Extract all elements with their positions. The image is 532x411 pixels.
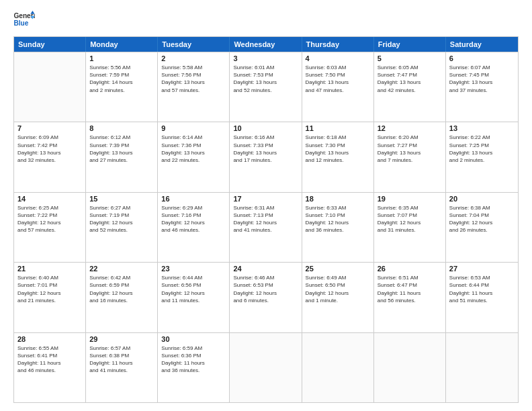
- day-info: Sunrise: 6:51 AMSunset: 6:47 PMDaylight:…: [378, 274, 442, 304]
- day-number: 17: [233, 195, 298, 203]
- day-info: Sunrise: 6:40 AMSunset: 7:01 PMDaylight:…: [17, 274, 82, 304]
- day-number: 1: [89, 54, 154, 62]
- calendar-header: SundayMondayTuesdayWednesdayThursdayFrid…: [14, 37, 518, 52]
- calendar-cell: [446, 333, 518, 402]
- day-info: Sunrise: 6:07 AMSunset: 7:45 PMDaylight:…: [449, 64, 515, 94]
- calendar-cell: [14, 52, 86, 122]
- day-number: 30: [161, 335, 226, 343]
- calendar-cell: 15Sunrise: 6:27 AMSunset: 7:19 PMDayligh…: [86, 193, 158, 262]
- day-info: Sunrise: 6:31 AMSunset: 7:13 PMDaylight:…: [233, 204, 298, 234]
- day-info: Sunrise: 6:25 AMSunset: 7:22 PMDaylight:…: [17, 204, 82, 234]
- day-info: Sunrise: 6:12 AMSunset: 7:39 PMDaylight:…: [89, 134, 154, 164]
- day-number: 23: [161, 265, 226, 273]
- day-number: 24: [233, 265, 298, 273]
- day-number: 20: [449, 195, 515, 203]
- day-info: Sunrise: 6:22 AMSunset: 7:25 PMDaylight:…: [449, 134, 515, 164]
- svg-text:Blue: Blue: [13, 19, 28, 27]
- calendar-cell: 27Sunrise: 6:53 AMSunset: 6:44 PMDayligh…: [446, 263, 518, 332]
- day-info: Sunrise: 6:33 AMSunset: 7:10 PMDaylight:…: [306, 204, 370, 234]
- calendar-cell: 8Sunrise: 6:12 AMSunset: 7:39 PMDaylight…: [86, 122, 158, 191]
- header-day-friday: Friday: [374, 37, 446, 52]
- calendar-cell: 5Sunrise: 6:05 AMSunset: 7:47 PMDaylight…: [374, 52, 446, 122]
- day-info: Sunrise: 6:38 AMSunset: 7:04 PMDaylight:…: [449, 204, 515, 234]
- calendar-cell: 29Sunrise: 6:57 AMSunset: 6:38 PMDayligh…: [86, 333, 158, 402]
- calendar-cell: 3Sunrise: 6:01 AMSunset: 7:53 PMDaylight…: [230, 52, 302, 122]
- header-day-tuesday: Tuesday: [158, 37, 230, 52]
- day-info: Sunrise: 5:58 AMSunset: 7:56 PMDaylight:…: [161, 64, 226, 94]
- calendar-cell: 19Sunrise: 6:35 AMSunset: 7:07 PMDayligh…: [374, 193, 446, 262]
- calendar-cell: [302, 333, 374, 402]
- day-info: Sunrise: 6:20 AMSunset: 7:27 PMDaylight:…: [378, 134, 442, 164]
- calendar-cell: [230, 333, 302, 402]
- calendar-cell: 18Sunrise: 6:33 AMSunset: 7:10 PMDayligh…: [302, 193, 374, 262]
- calendar-cell: 28Sunrise: 6:55 AMSunset: 6:41 PMDayligh…: [14, 333, 86, 402]
- header-day-thursday: Thursday: [302, 37, 374, 52]
- calendar-cell: 6Sunrise: 6:07 AMSunset: 7:45 PMDaylight…: [446, 52, 518, 122]
- calendar-cell: 30Sunrise: 6:59 AMSunset: 6:36 PMDayligh…: [158, 333, 230, 402]
- header-day-saturday: Saturday: [446, 37, 518, 52]
- calendar-row-2: 14Sunrise: 6:25 AMSunset: 7:22 PMDayligh…: [14, 192, 518, 262]
- day-number: 15: [89, 195, 154, 203]
- day-number: 26: [378, 265, 442, 273]
- header-day-sunday: Sunday: [14, 37, 86, 52]
- day-number: 19: [378, 195, 442, 203]
- day-info: Sunrise: 6:03 AMSunset: 7:50 PMDaylight:…: [306, 64, 370, 94]
- day-info: Sunrise: 6:18 AMSunset: 7:30 PMDaylight:…: [306, 134, 370, 164]
- day-number: 10: [233, 124, 298, 132]
- calendar-cell: 24Sunrise: 6:46 AMSunset: 6:53 PMDayligh…: [230, 263, 302, 332]
- calendar-row-3: 21Sunrise: 6:40 AMSunset: 7:01 PMDayligh…: [14, 262, 518, 332]
- day-number: 3: [233, 54, 298, 62]
- calendar-cell: 12Sunrise: 6:20 AMSunset: 7:27 PMDayligh…: [374, 122, 446, 191]
- day-number: 8: [89, 124, 154, 132]
- day-number: 27: [449, 265, 515, 273]
- calendar-cell: 16Sunrise: 6:29 AMSunset: 7:16 PMDayligh…: [158, 193, 230, 262]
- header: General Blue: [13, 11, 519, 30]
- page: General Blue SundayMondayTuesdayWednesda…: [0, 0, 532, 411]
- day-info: Sunrise: 6:29 AMSunset: 7:16 PMDaylight:…: [161, 204, 226, 234]
- day-info: Sunrise: 6:05 AMSunset: 7:47 PMDaylight:…: [378, 64, 442, 94]
- day-number: 5: [378, 54, 442, 62]
- day-info: Sunrise: 6:42 AMSunset: 6:59 PMDaylight:…: [89, 274, 154, 304]
- day-number: 14: [17, 195, 82, 203]
- calendar-cell: 14Sunrise: 6:25 AMSunset: 7:22 PMDayligh…: [14, 193, 86, 262]
- day-number: 22: [89, 265, 154, 273]
- day-number: 12: [378, 124, 442, 132]
- day-info: Sunrise: 6:53 AMSunset: 6:44 PMDaylight:…: [449, 274, 515, 304]
- calendar-cell: 26Sunrise: 6:51 AMSunset: 6:47 PMDayligh…: [374, 263, 446, 332]
- calendar: SundayMondayTuesdayWednesdayThursdayFrid…: [13, 36, 519, 403]
- day-number: 13: [449, 124, 515, 132]
- day-info: Sunrise: 6:44 AMSunset: 6:56 PMDaylight:…: [161, 274, 226, 304]
- calendar-cell: 23Sunrise: 6:44 AMSunset: 6:56 PMDayligh…: [158, 263, 230, 332]
- day-info: Sunrise: 6:14 AMSunset: 7:36 PMDaylight:…: [161, 134, 226, 164]
- calendar-cell: 25Sunrise: 6:49 AMSunset: 6:50 PMDayligh…: [302, 263, 374, 332]
- calendar-cell: 9Sunrise: 6:14 AMSunset: 7:36 PMDaylight…: [158, 122, 230, 191]
- day-info: Sunrise: 6:59 AMSunset: 6:36 PMDaylight:…: [161, 345, 226, 375]
- day-info: Sunrise: 5:56 AMSunset: 7:59 PMDaylight:…: [89, 64, 154, 94]
- calendar-cell: 17Sunrise: 6:31 AMSunset: 7:13 PMDayligh…: [230, 193, 302, 262]
- day-number: 4: [306, 54, 370, 62]
- day-info: Sunrise: 6:35 AMSunset: 7:07 PMDaylight:…: [378, 204, 442, 234]
- calendar-cell: 1Sunrise: 5:56 AMSunset: 7:59 PMDaylight…: [86, 52, 158, 122]
- calendar-cell: 4Sunrise: 6:03 AMSunset: 7:50 PMDaylight…: [302, 52, 374, 122]
- day-info: Sunrise: 6:16 AMSunset: 7:33 PMDaylight:…: [233, 134, 298, 164]
- calendar-row-0: 1Sunrise: 5:56 AMSunset: 7:59 PMDaylight…: [14, 52, 518, 122]
- calendar-body: 1Sunrise: 5:56 AMSunset: 7:59 PMDaylight…: [14, 52, 518, 402]
- logo: General Blue: [13, 11, 35, 30]
- day-number: 25: [306, 265, 370, 273]
- day-number: 11: [306, 124, 370, 132]
- calendar-cell: 10Sunrise: 6:16 AMSunset: 7:33 PMDayligh…: [230, 122, 302, 191]
- day-info: Sunrise: 6:57 AMSunset: 6:38 PMDaylight:…: [89, 345, 154, 375]
- calendar-row-1: 7Sunrise: 6:09 AMSunset: 7:42 PMDaylight…: [14, 122, 518, 191]
- day-info: Sunrise: 6:01 AMSunset: 7:53 PMDaylight:…: [233, 64, 298, 94]
- day-info: Sunrise: 6:27 AMSunset: 7:19 PMDaylight:…: [89, 204, 154, 234]
- header-day-wednesday: Wednesday: [230, 37, 302, 52]
- calendar-cell: 20Sunrise: 6:38 AMSunset: 7:04 PMDayligh…: [446, 193, 518, 262]
- day-number: 29: [89, 335, 154, 343]
- calendar-cell: 22Sunrise: 6:42 AMSunset: 6:59 PMDayligh…: [86, 263, 158, 332]
- day-number: 18: [306, 195, 370, 203]
- day-number: 9: [161, 124, 226, 132]
- day-info: Sunrise: 6:46 AMSunset: 6:53 PMDaylight:…: [233, 274, 298, 304]
- day-info: Sunrise: 6:09 AMSunset: 7:42 PMDaylight:…: [17, 134, 82, 164]
- calendar-cell: 21Sunrise: 6:40 AMSunset: 7:01 PMDayligh…: [14, 263, 86, 332]
- day-number: 28: [17, 335, 82, 343]
